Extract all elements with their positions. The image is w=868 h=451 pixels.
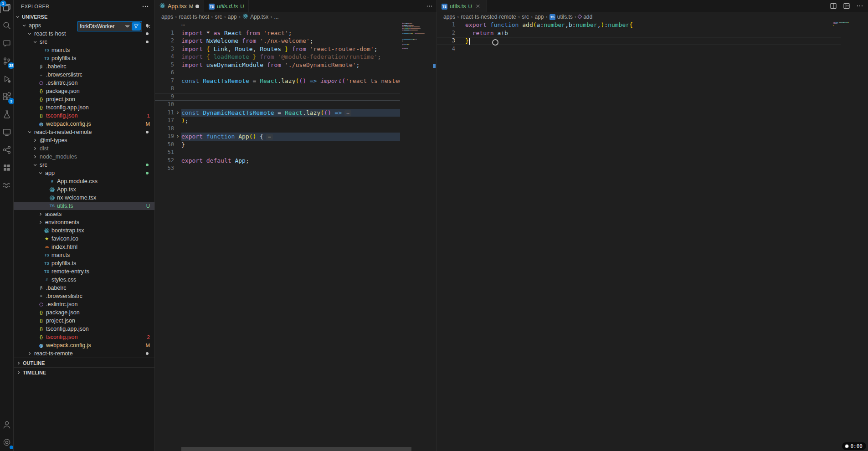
activity-explorer[interactable]: 1 (1, 3, 12, 14)
folder-dist[interactable]: dist (14, 144, 154, 153)
file-polyfills-ts[interactable]: TSpolyfills.ts (14, 259, 154, 267)
activity-source-control[interactable]: 38 (1, 56, 12, 67)
file-eslintrc-json[interactable]: .eslintrc.json (14, 300, 154, 308)
file-tsconfig-json[interactable]: {}tsconfig.json2 (14, 333, 154, 341)
customize-layout-icon[interactable] (843, 2, 850, 10)
timeline-section[interactable]: TIMELINE (14, 367, 154, 377)
breadcrumb-utils-ts[interactable]: TSutils.ts (550, 13, 573, 20)
horizontal-scrollbar[interactable] (181, 447, 411, 451)
breadcrumb-react-ts-nested-remote[interactable]: react-ts-nested-remote (461, 14, 516, 20)
activity-run-debug[interactable] (1, 74, 12, 85)
code-line[interactable]: 8 (155, 85, 400, 93)
file-package-json[interactable]: {}package.json (14, 87, 154, 95)
file-browserslistrc[interactable]: ≡.browserslistrc (14, 71, 154, 79)
code-line[interactable]: 18 (155, 125, 400, 133)
explorer-more-icon[interactable] (142, 3, 149, 10)
file-nx-welcome-tsx[interactable]: nx-welcome.tsx (14, 194, 154, 202)
filter-close-icon[interactable] (145, 23, 152, 30)
code-line[interactable]: 6 (155, 69, 400, 77)
filter-lines-icon[interactable] (123, 22, 132, 31)
workspace-section-header[interactable]: UNIVERSE (14, 12, 154, 21)
file-app-module-css[interactable]: #App.module.css (14, 177, 154, 185)
folder-src[interactable]: src (14, 38, 154, 46)
code-line[interactable]: 3import { Link, Route, Routes } from 're… (155, 45, 400, 53)
breadcrumb-app[interactable]: app (228, 14, 237, 20)
code-line[interactable]: 4import { loadRemote } from '@module-fed… (155, 53, 400, 61)
code-line[interactable]: 9 (155, 93, 400, 101)
file-tsconfig-json[interactable]: {}tsconfig.json1 (14, 112, 154, 120)
tab-utils-ts[interactable]: TSutils.tsU (437, 0, 487, 12)
minimap-2[interactable] (833, 21, 863, 451)
close-icon[interactable] (474, 3, 482, 10)
code-editor-2[interactable]: 1export function add(a:number,b:number,)… (437, 21, 868, 451)
code-line[interactable]: 52export default App; (155, 157, 400, 165)
code-line[interactable]: 4 (437, 45, 841, 53)
file-webpack-config-js[interactable]: ◎webpack.config.jsM (14, 341, 154, 349)
breadcrumb-ellipsis[interactable]: ... (274, 14, 279, 20)
file-project-json[interactable]: {}project.json (14, 95, 154, 103)
activity-remote-explorer[interactable] (1, 127, 12, 138)
breadcrumb-apps[interactable]: apps (443, 14, 455, 20)
breadcrumb-src[interactable]: src (215, 14, 222, 20)
file-remote-entry-ts[interactable]: TSremote-entry.ts (14, 267, 154, 276)
activity-search[interactable] (1, 20, 12, 31)
file-polyfills-ts[interactable]: TSpolyfills.ts (14, 54, 154, 62)
activity-settings[interactable] (1, 437, 12, 448)
file-tsconfig-app-json[interactable]: {}tsconfig.app.json (14, 325, 154, 333)
activity-waves[interactable] (1, 180, 12, 191)
code-line[interactable]: 1import * as React from 'react'; (155, 29, 400, 37)
activity-chat[interactable] (1, 38, 12, 49)
activity-accounts[interactable] (1, 420, 12, 430)
code-line[interactable]: 2 return a+b (437, 29, 841, 37)
code-line[interactable]: 19›export function App() {⋯ (155, 133, 400, 141)
file-main-ts[interactable]: TSmain.ts (14, 251, 154, 259)
activity-testing[interactable] (1, 109, 12, 120)
file-eslintrc-json[interactable]: .eslintrc.json (14, 79, 154, 87)
code-line[interactable]: 17); (155, 117, 400, 125)
activity-share[interactable] (1, 145, 12, 156)
file-project-json[interactable]: {}project.json (14, 317, 154, 325)
folder-mf-types[interactable]: @mf-types (14, 136, 154, 144)
activity-app-grid[interactable] (1, 163, 12, 174)
folder-environments[interactable]: environments (14, 218, 154, 226)
file-package-json[interactable]: {}package.json (14, 308, 154, 317)
code-line[interactable]: 2import NxWelcome from './nx-welcome'; (155, 37, 400, 45)
folder-app[interactable]: app (14, 169, 154, 177)
breadcrumb-app[interactable]: app (534, 14, 544, 20)
file-main-ts[interactable]: TSmain.ts (14, 46, 154, 54)
minimap-1[interactable] (402, 21, 432, 451)
outline-section[interactable]: OUTLINE (14, 358, 154, 368)
breadcrumb-apps[interactable]: apps (161, 14, 173, 20)
tree-filter-input[interactable] (78, 23, 123, 30)
file-utils-ts[interactable]: TSutils.tsU (14, 202, 154, 210)
breadcrumb-react-ts-host[interactable]: react-ts-host (179, 14, 209, 20)
activity-extensions[interactable]: 3 (1, 92, 12, 102)
code-line[interactable]: 53 (155, 164, 400, 173)
file-app-tsx[interactable]: App.tsx (14, 185, 154, 194)
code-line[interactable]: 10 (155, 101, 400, 109)
file-babelrc[interactable]: β.babelrc (14, 62, 154, 71)
breadcrumb-app-tsx[interactable]: App.tsx (242, 13, 268, 20)
code-line[interactable]: 7const ReactTsRemote = React.lazy(() => … (155, 77, 400, 85)
tab-utils-d-ts[interactable]: TSutils.d.tsU (204, 0, 249, 12)
tab-app-tsx[interactable]: App.tsxM (155, 0, 204, 12)
breadcrumb-add[interactable]: add (578, 14, 592, 20)
breadcrumb-src[interactable]: src (522, 14, 529, 20)
code-editor-1[interactable]: ⋯1import * as React from 'react';2import… (155, 21, 437, 451)
code-line[interactable]: 11›const DynamicReactTsRemote = React.la… (155, 109, 400, 117)
code-line[interactable]: 1export function add(a:number,b:number,)… (437, 21, 841, 29)
code-line[interactable]: ⋯ (155, 21, 400, 29)
folder-src[interactable]: src (14, 161, 154, 169)
code-line[interactable]: 50} (155, 141, 400, 149)
file-bootstrap-tsx[interactable]: bootstrap.tsx (14, 226, 154, 235)
code-line[interactable]: 5import useDynamicModule from './useDyna… (155, 61, 400, 69)
file-index-html[interactable]: <>index.html (14, 243, 154, 251)
folder-react-ts-remote[interactable]: react-ts-remote (14, 349, 154, 358)
folder-assets[interactable]: assets (14, 210, 154, 218)
split-editor-icon[interactable] (830, 2, 837, 10)
filter-funnel-icon[interactable] (132, 22, 141, 31)
fold-expand-icon[interactable]: › (174, 133, 181, 141)
folder-react-ts-nested-remote[interactable]: react-ts-nested-remote (14, 128, 154, 136)
editor-more-actions-icon[interactable] (426, 3, 433, 10)
code-line[interactable]: 51 (155, 149, 400, 157)
